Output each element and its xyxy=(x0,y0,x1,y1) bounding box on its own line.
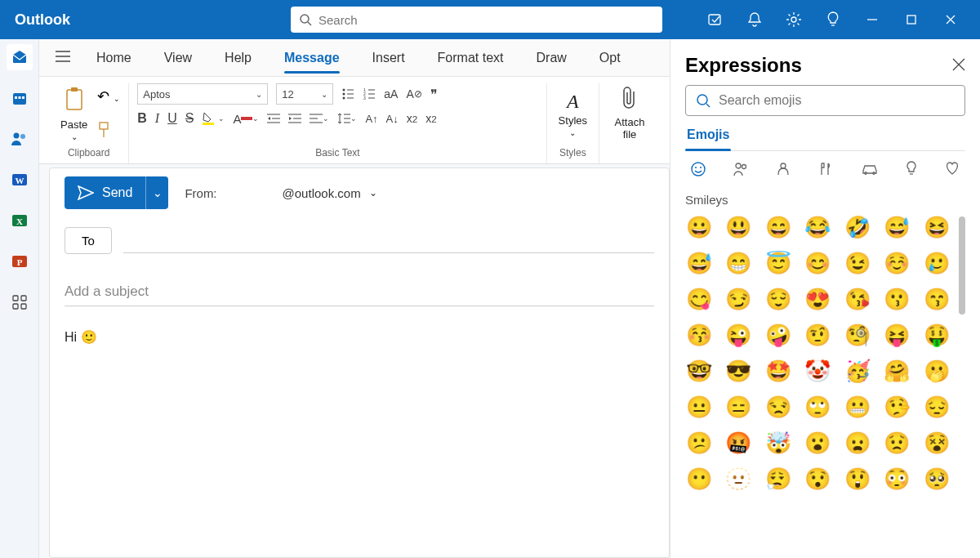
emoji-cell[interactable]: 😊 xyxy=(804,249,831,277)
emoji-cell[interactable]: 😀 xyxy=(685,213,713,241)
emoji-cell[interactable]: 😬 xyxy=(844,393,871,421)
menu-help[interactable]: Help xyxy=(208,39,268,77)
cat-food-icon[interactable] xyxy=(817,161,834,181)
emoji-cell[interactable]: 😅 xyxy=(685,249,713,277)
increase-indent-icon[interactable] xyxy=(288,113,301,124)
emoji-cell[interactable]: 🤨 xyxy=(804,321,831,349)
decrease-font-icon[interactable]: A↓ xyxy=(386,113,399,125)
emoji-cell[interactable]: 😉 xyxy=(844,249,871,277)
more-apps-icon[interactable] xyxy=(7,289,33,315)
align-button[interactable]: ⌄ xyxy=(310,113,329,124)
quote-icon[interactable]: ❞ xyxy=(430,87,438,102)
emoji-cell[interactable]: 🤑 xyxy=(923,321,951,349)
emoji-cell[interactable]: 🧐 xyxy=(844,321,871,349)
emoji-cell[interactable]: 🤡 xyxy=(804,357,831,385)
emoji-cell[interactable]: 😕 xyxy=(685,429,713,457)
emoji-cell[interactable]: 🤯 xyxy=(764,429,792,457)
line-spacing-button[interactable]: ⌄ xyxy=(337,112,357,125)
minimize-button[interactable] xyxy=(853,0,892,39)
emoji-search[interactable] xyxy=(685,85,965,116)
emoji-cell[interactable]: 😜 xyxy=(724,321,752,349)
menu-format-text[interactable]: Format text xyxy=(421,39,520,77)
menu-home[interactable]: Home xyxy=(80,39,148,77)
emoji-cell[interactable]: 🤓 xyxy=(685,357,713,385)
undo-button[interactable]: ↶ ⌄ xyxy=(97,87,120,105)
word-app-icon[interactable]: W xyxy=(7,167,33,193)
underline-button[interactable]: U xyxy=(167,111,177,126)
subscript-icon[interactable]: x2 xyxy=(407,112,417,125)
italic-button[interactable]: I xyxy=(155,111,159,126)
hamburger-icon[interactable] xyxy=(51,46,80,69)
powerpoint-app-icon[interactable]: P xyxy=(7,248,33,275)
paste-button[interactable]: Paste ⌄ xyxy=(57,87,91,141)
maximize-button[interactable] xyxy=(892,0,931,39)
font-name-select[interactable]: Aptos⌄ xyxy=(137,83,268,105)
global-search[interactable] xyxy=(291,7,662,33)
bold-button[interactable]: B xyxy=(137,111,147,126)
panel-close-icon[interactable] xyxy=(952,58,965,74)
format-painter-button[interactable] xyxy=(97,122,120,141)
people-app-icon[interactable] xyxy=(7,126,33,152)
global-search-input[interactable] xyxy=(318,13,654,27)
clear-formatting-icon[interactable]: A⊘ xyxy=(406,87,421,100)
emoji-cell[interactable]: 😋 xyxy=(685,285,713,313)
menu-insert[interactable]: Insert xyxy=(356,39,421,77)
emoji-cell[interactable]: 😏 xyxy=(724,285,752,313)
excel-app-icon[interactable]: X xyxy=(7,208,33,234)
emoji-cell[interactable]: 🤥 xyxy=(883,393,911,421)
emoji-cell[interactable]: 🤬 xyxy=(724,429,752,457)
message-body[interactable]: Hi 🙂 xyxy=(65,329,654,345)
superscript-icon[interactable]: x2 xyxy=(425,112,436,125)
emoji-cell[interactable]: 😅 xyxy=(883,213,911,241)
emoji-cell[interactable]: 😂 xyxy=(804,213,831,241)
emoji-cell[interactable]: 🤩 xyxy=(764,357,792,385)
emoji-cell[interactable]: 🫥 xyxy=(724,465,752,493)
change-case-icon[interactable]: aA xyxy=(384,87,398,100)
emoji-cell[interactable]: 🤪 xyxy=(764,321,792,349)
tips-icon[interactable] xyxy=(813,0,853,39)
emoji-cell[interactable]: 🥳 xyxy=(844,357,871,385)
emoji-cell[interactable]: 😎 xyxy=(724,357,752,385)
emoji-search-input[interactable] xyxy=(719,93,955,108)
menu-message[interactable]: Message xyxy=(268,39,356,77)
mail-app-icon[interactable] xyxy=(7,44,33,70)
emoji-cell[interactable]: 🤣 xyxy=(844,213,871,241)
emoji-cell[interactable]: 🫢 xyxy=(923,357,951,385)
emoji-cell[interactable]: 😮 xyxy=(804,429,831,457)
menu-view[interactable]: View xyxy=(148,39,208,77)
emoji-cell[interactable]: 😦 xyxy=(844,429,871,457)
emoji-cell[interactable]: 😇 xyxy=(764,249,792,277)
emoji-cell[interactable]: 😗 xyxy=(883,285,911,313)
emoji-cell[interactable]: 😘 xyxy=(844,285,871,313)
scrollbar[interactable] xyxy=(959,217,965,315)
emoji-cell[interactable]: 🤗 xyxy=(883,357,911,385)
emoji-cell[interactable]: ☺️ xyxy=(883,249,911,277)
numbering-icon[interactable]: 123 xyxy=(363,87,376,100)
settings-icon[interactable] xyxy=(774,0,813,39)
emoji-cell[interactable]: 😔 xyxy=(923,393,951,421)
styles-button[interactable]: A Styles ⌄ xyxy=(555,91,590,137)
emoji-cell[interactable]: 😯 xyxy=(804,465,831,493)
emoji-cell[interactable]: 😐 xyxy=(685,393,713,421)
emoji-cell[interactable]: 😙 xyxy=(923,285,951,313)
subject-input[interactable] xyxy=(65,277,654,306)
emoji-cell[interactable]: 😑 xyxy=(724,393,752,421)
to-input[interactable] xyxy=(123,229,654,253)
decrease-indent-icon[interactable] xyxy=(267,113,280,124)
emoji-cell[interactable]: 😮‍💨 xyxy=(764,465,792,493)
emoji-cell[interactable]: 😌 xyxy=(764,285,792,313)
emoji-cell[interactable]: 😄 xyxy=(764,213,792,241)
highlight-button[interactable]: ⌄ xyxy=(202,111,225,126)
emoji-cell[interactable]: 😟 xyxy=(883,429,911,457)
emoji-cell[interactable]: 🥲 xyxy=(923,249,951,277)
menu-options[interactable]: Opt xyxy=(583,39,637,77)
cat-symbols-icon[interactable] xyxy=(944,161,960,181)
send-dropdown[interactable]: ⌄ xyxy=(145,176,168,209)
cat-people-icon[interactable] xyxy=(733,161,749,181)
cat-animals-icon[interactable] xyxy=(775,161,791,181)
close-button[interactable] xyxy=(931,0,970,39)
calendar-app-icon[interactable] xyxy=(7,85,33,111)
send-button[interactable]: Send xyxy=(65,176,145,209)
emoji-cell[interactable]: 😒 xyxy=(764,393,792,421)
from-value[interactable]: @outlook.com ⌄ xyxy=(283,186,377,200)
